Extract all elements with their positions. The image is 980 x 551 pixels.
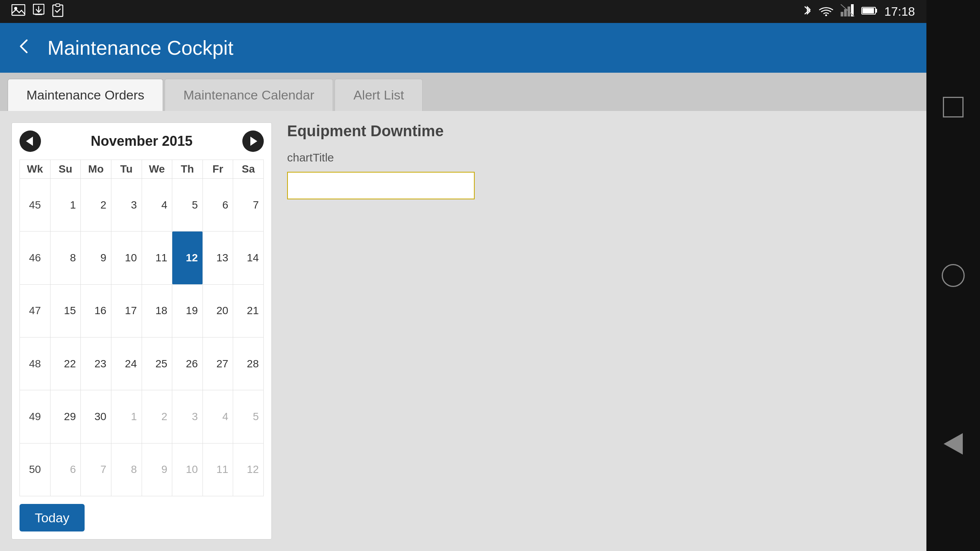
calendar-day[interactable]: 6 <box>203 179 233 231</box>
calendar-day[interactable]: 10 <box>172 443 203 496</box>
svg-rect-9 <box>844 9 847 16</box>
status-bar: 17:18 <box>0 0 926 23</box>
chart-title-label: chartTitle <box>287 151 915 164</box>
calendar-container: November 2015 Wk Su Mo Tu We Th Fr Sa <box>11 122 272 540</box>
calendar-day[interactable]: 2 <box>81 179 111 231</box>
week-number: 45 <box>20 179 51 231</box>
svg-rect-15 <box>862 8 874 13</box>
triangle-icon <box>944 433 963 455</box>
tab-maintenance-orders[interactable]: Maintenance Orders <box>8 79 163 111</box>
calendar-day[interactable]: 24 <box>111 337 142 390</box>
calendar-day[interactable]: 23 <box>81 337 111 390</box>
calendar-day[interactable]: 12 <box>233 443 264 496</box>
calendar-day[interactable]: 10 <box>111 231 142 284</box>
col-header-mo: Mo <box>81 160 111 179</box>
week-number: 46 <box>20 231 51 284</box>
calendar-day[interactable]: 7 <box>81 443 111 496</box>
calendar-row: 4822232425262728 <box>20 337 264 390</box>
calendar-day[interactable]: 9 <box>81 231 111 284</box>
calendar-day[interactable]: 16 <box>81 284 111 337</box>
side-nav <box>926 0 980 551</box>
calendar-row: 46891011121314 <box>20 231 264 284</box>
battery-icon <box>861 5 877 18</box>
calendar-day[interactable]: 14 <box>233 231 264 284</box>
col-header-we: We <box>142 160 172 179</box>
calendar-day[interactable]: 7 <box>233 179 264 231</box>
calendar-day[interactable]: 4 <box>142 179 172 231</box>
calendar-day[interactable]: 2 <box>142 390 172 443</box>
calendar-day[interactable]: 5 <box>172 179 203 231</box>
calendar-day[interactable]: 12 <box>172 231 203 284</box>
calendar-day[interactable]: 20 <box>203 284 233 337</box>
col-header-su: Su <box>50 160 81 179</box>
bluetooth-icon <box>803 3 812 20</box>
calendar-row: 49293012345 <box>20 390 264 443</box>
calendar-next-button[interactable] <box>242 130 264 152</box>
calendar-day[interactable]: 1 <box>50 179 81 231</box>
calendar-day[interactable]: 3 <box>111 179 142 231</box>
calendar-prev-button[interactable] <box>20 130 41 152</box>
calendar-row: 4715161718192021 <box>20 284 264 337</box>
right-panel: Equipment Downtime chartTitle <box>287 122 915 540</box>
calendar-day[interactable]: 26 <box>172 337 203 390</box>
time-display: 17:18 <box>884 5 915 19</box>
svg-rect-6 <box>56 4 60 7</box>
calendar-day[interactable]: 15 <box>50 284 81 337</box>
calendar-day[interactable]: 27 <box>203 337 233 390</box>
nav-back-button[interactable] <box>938 429 969 459</box>
calendar-day[interactable]: 8 <box>111 443 142 496</box>
circle-icon <box>942 264 965 287</box>
calendar-day[interactable]: 18 <box>142 284 172 337</box>
calendar-day[interactable]: 4 <box>203 390 233 443</box>
calendar-day[interactable]: 3 <box>172 390 203 443</box>
week-number: 49 <box>20 390 51 443</box>
tabs-bar: Maintenance Orders Maintenance Calendar … <box>0 73 926 111</box>
download-icon <box>33 4 44 20</box>
image-icon <box>11 4 25 19</box>
equipment-downtime-title: Equipment Downtime <box>287 122 915 140</box>
svg-rect-14 <box>875 9 877 13</box>
tab-alert-list[interactable]: Alert List <box>335 79 423 111</box>
calendar-grid: Wk Su Mo Tu We Th Fr Sa 4512345674689101… <box>20 160 264 496</box>
week-number: 48 <box>20 337 51 390</box>
calendar-day[interactable]: 22 <box>50 337 81 390</box>
calendar-row: 506789101112 <box>20 443 264 496</box>
today-button[interactable]: Today <box>20 504 85 531</box>
col-header-wk: Wk <box>20 160 51 179</box>
signal-icon <box>841 4 854 19</box>
calendar-day[interactable]: 9 <box>142 443 172 496</box>
page-title: Maintenance Cockpit <box>47 36 234 59</box>
square-icon <box>943 97 964 117</box>
status-bar-left <box>11 3 64 20</box>
calendar-day[interactable]: 19 <box>172 284 203 337</box>
calendar-day[interactable]: 25 <box>142 337 172 390</box>
svg-rect-0 <box>12 5 25 15</box>
calendar-day[interactable]: 29 <box>50 390 81 443</box>
calendar-day[interactable]: 21 <box>233 284 264 337</box>
svg-point-7 <box>825 14 827 16</box>
calendar-day[interactable]: 30 <box>81 390 111 443</box>
calendar-day[interactable]: 28 <box>233 337 264 390</box>
calendar-day[interactable]: 6 <box>50 443 81 496</box>
clipboard-icon <box>52 3 64 20</box>
col-header-th: Th <box>172 160 203 179</box>
col-header-fr: Fr <box>203 160 233 179</box>
nav-square-button[interactable] <box>938 92 969 122</box>
chart-title-input[interactable] <box>287 172 475 199</box>
calendar-row: 451234567 <box>20 179 264 231</box>
calendar-day[interactable]: 17 <box>111 284 142 337</box>
back-button[interactable] <box>15 36 32 59</box>
svg-rect-8 <box>841 12 843 16</box>
calendar-day[interactable]: 5 <box>233 390 264 443</box>
status-bar-right: 17:18 <box>803 3 915 20</box>
main-content: November 2015 Wk Su Mo Tu We Th Fr Sa <box>0 111 926 551</box>
calendar-day[interactable]: 8 <box>50 231 81 284</box>
tab-maintenance-calendar[interactable]: Maintenance Calendar <box>165 79 333 111</box>
calendar-day[interactable]: 13 <box>203 231 233 284</box>
calendar-day[interactable]: 11 <box>203 443 233 496</box>
nav-circle-button[interactable] <box>938 260 969 291</box>
calendar-month-title: November 2015 <box>91 133 193 149</box>
calendar-header: November 2015 <box>20 130 264 152</box>
calendar-day[interactable]: 1 <box>111 390 142 443</box>
calendar-day[interactable]: 11 <box>142 231 172 284</box>
